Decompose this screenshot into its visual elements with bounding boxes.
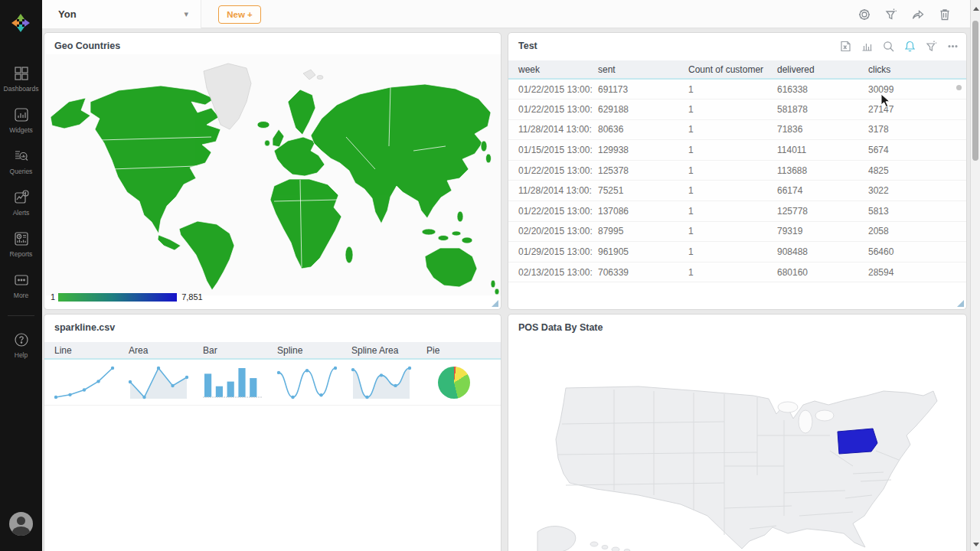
table-scroll-indicator[interactable] [956,85,962,90]
widget-resize-handle[interactable] [957,300,964,307]
table-row[interactable]: 01/22/2015 13:00: 137086 1 125778 5813 [508,201,966,222]
column-header[interactable]: Pie [426,342,439,360]
column-header[interactable]: Count of customer [688,60,777,79]
user-avatar[interactable] [9,512,33,536]
sidebar-item-label: Dashboards [4,85,39,93]
cell-clicks: 5813 [868,201,966,222]
cell-count: 1 [688,181,777,201]
avatar-body [12,527,30,536]
table-row[interactable]: 01/22/2015 13:00: 125378 1 113688 4825 [508,160,966,181]
settings-icon[interactable] [858,8,871,21]
sparkline-spline-area-chart [349,364,413,404]
cell-delivered: 616338 [777,79,868,99]
cell-count: 1 [688,221,777,242]
sidebar-item-queries[interactable]: Queries [0,141,42,182]
cell-sent: 80636 [598,119,688,140]
table-row[interactable]: 11/28/2014 13:00: 80636 1 71836 3178 [508,119,966,140]
more-icon[interactable] [946,40,959,53]
cell-count: 1 [688,262,777,282]
cell-clicks: 3022 [868,181,966,201]
share-icon[interactable] [911,8,925,21]
scroll-down-icon[interactable] [973,543,979,546]
column-header[interactable]: Bar [203,342,217,360]
scrollbar-thumb[interactable] [972,21,978,161]
cell-delivered: 79319 [777,221,868,242]
sidebar-item-more[interactable]: More [0,265,42,306]
app-logo-icon[interactable] [10,12,31,34]
widget-test[interactable]: Test [508,32,967,310]
search-icon[interactable] [882,40,895,53]
table-row[interactable]: 01/29/2015 13:00: 961905 1 908488 56460 [508,242,966,262]
widget-geo-countries[interactable]: Geo Countries [44,32,501,310]
widget-pos-data-by-state[interactable]: POS Data By State [508,314,967,551]
cell-count: 1 [688,201,777,222]
cell-clicks: 5674 [868,140,966,161]
cell-sent: 87995 [598,221,688,242]
table-row[interactable]: 02/20/2015 13:00: 87995 1 79319 2058 [508,221,966,242]
sidebar-item-widgets[interactable]: Widgets [0,99,42,141]
table-row[interactable]: 11/28/2014 13:00: 75251 1 66174 3022 [508,181,966,201]
sidebar-item-alerts[interactable]: Alerts [0,182,42,223]
column-header[interactable]: Spline [277,342,302,360]
cell-sent: 129938 [598,140,688,161]
cell-count: 1 [688,99,777,120]
query-search-icon [13,148,30,165]
grid-icon [13,65,30,82]
world-map[interactable] [46,54,501,295]
dashboard-selector[interactable]: Yon ▾ [42,0,201,28]
map-color-legend: 1 7,851 [51,292,203,302]
page-scrollbar[interactable] [970,0,980,551]
sidebar-item-dashboards[interactable]: Dashboards [0,58,42,99]
cell-clicks: 27147 [868,99,966,120]
table-row[interactable]: 01/22/2015 13:00: 629188 1 581878 27147 [508,99,966,120]
column-header[interactable]: delivered [777,60,868,79]
new-button[interactable]: New + [218,5,261,24]
data-table: week sent Count of customer delivered cl… [508,60,966,282]
chevron-down-icon: ▾ [184,9,188,19]
scroll-up-icon[interactable] [973,7,979,11]
column-header[interactable]: sent [598,60,688,79]
widget-title: Geo Countries [54,41,120,51]
cell-clicks: 3178 [868,119,966,140]
bell-icon[interactable] [903,40,916,53]
chart-icon[interactable] [861,40,874,53]
topbar: Yon ▾ New + [42,0,970,28]
cell-sent: 691173 [598,79,688,99]
us-map[interactable] [524,359,952,551]
column-header[interactable]: clicks [868,60,966,79]
legend-gradient-bar [58,293,177,302]
sparkline-area-chart [126,364,191,404]
legend-max: 7,851 [181,292,203,302]
sidebar-item-reports[interactable]: Reports [0,223,42,265]
help-icon [13,331,30,348]
table-row[interactable]: 01/15/2015 13:00: 129938 1 114011 5674 [508,140,966,161]
sidebar-item-label: Reports [10,250,33,258]
sidebar-item-label: More [14,292,28,299]
excel-export-icon[interactable] [839,40,852,53]
state-pennsylvania[interactable] [838,429,877,454]
column-header[interactable]: Area [129,342,148,360]
us-outline [556,386,937,549]
delete-icon[interactable] [938,8,952,21]
sparkline-header-row: Line Area Bar Spline Spline Area Pie [44,342,501,360]
cell-delivered: 66174 [777,181,868,201]
cell-clicks: 56460 [868,242,966,262]
column-header[interactable]: Spline Area [351,342,398,360]
table-row[interactable]: 01/22/2015 13:00: 691173 1 616338 30099 [508,79,966,99]
widget-resize-handle[interactable] [492,300,498,307]
widget-sparkline[interactable]: sparkline.csv Line Area Bar Spline Splin… [44,314,501,551]
funnel-icon[interactable] [884,8,898,21]
sidebar-divider [8,315,34,316]
table-row[interactable]: 02/13/2015 13:00: 706339 1 680160 28594 [508,262,966,282]
funnel-icon[interactable] [925,40,938,53]
cell-week: 01/22/2015 13:00: [508,201,598,222]
sidebar-item-help[interactable]: Help [0,324,42,366]
cell-clicks: 28594 [868,262,966,282]
ellipsis-icon [13,272,30,289]
cell-count: 1 [688,140,777,161]
sidebar-item-label: Queries [10,168,33,175]
widget-title: Test [518,41,537,51]
column-header[interactable]: week [508,60,598,79]
column-header[interactable]: Line [54,342,72,360]
cell-count: 1 [688,119,777,140]
